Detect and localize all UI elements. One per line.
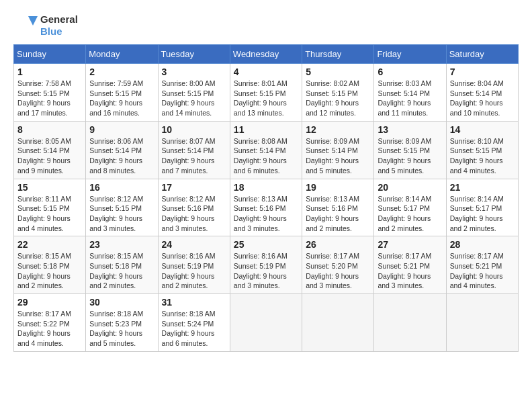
calendar-day-cell: 21 Sunrise: 8:14 AM Sunset: 5:17 PM Dayl… — [446, 179, 518, 236]
calendar-day-cell: 15 Sunrise: 8:11 AM Sunset: 5:15 PM Dayl… — [14, 179, 86, 236]
calendar-day-cell: 2 Sunrise: 7:59 AM Sunset: 5:15 PM Dayli… — [86, 64, 158, 122]
calendar-day-cell — [302, 294, 374, 352]
day-number: 29 — [17, 297, 82, 308]
calendar-day-cell: 13 Sunrise: 8:09 AM Sunset: 5:15 PM Dayl… — [374, 121, 446, 179]
weekday-header: Saturday — [446, 45, 518, 64]
day-info: Sunrise: 7:58 AM Sunset: 5:15 PM Dayligh… — [17, 79, 82, 118]
calendar-day-cell: 10 Sunrise: 8:07 AM Sunset: 5:14 PM Dayl… — [158, 121, 230, 179]
weekday-header: Sunday — [14, 45, 86, 64]
day-info: Sunrise: 8:05 AM Sunset: 5:14 PM Dayligh… — [17, 136, 82, 176]
day-info: Sunrise: 8:06 AM Sunset: 5:14 PM Dayligh… — [89, 136, 154, 176]
day-number: 14 — [450, 124, 515, 135]
day-info: Sunrise: 8:17 AM Sunset: 5:20 PM Dayligh… — [306, 251, 370, 291]
calendar-day-cell: 23 Sunrise: 8:15 AM Sunset: 5:18 PM Dayl… — [86, 236, 158, 294]
logo-general: General — [40, 13, 78, 26]
day-info: Sunrise: 8:08 AM Sunset: 5:14 PM Dayligh… — [234, 136, 298, 176]
day-info: Sunrise: 8:00 AM Sunset: 5:15 PM Dayligh… — [162, 79, 226, 118]
day-info: Sunrise: 8:17 AM Sunset: 5:21 PM Dayligh… — [450, 251, 515, 291]
day-number: 20 — [378, 182, 442, 193]
day-number: 1 — [17, 66, 82, 77]
weekday-header: Tuesday — [158, 45, 230, 64]
day-number: 7 — [450, 66, 515, 77]
calendar-day-cell: 24 Sunrise: 8:16 AM Sunset: 5:19 PM Dayl… — [158, 236, 230, 294]
weekday-header: Wednesday — [230, 45, 302, 64]
day-number: 15 — [17, 182, 82, 193]
calendar-day-cell: 3 Sunrise: 8:00 AM Sunset: 5:15 PM Dayli… — [158, 64, 230, 122]
day-info: Sunrise: 8:13 AM Sunset: 5:16 PM Dayligh… — [234, 194, 298, 234]
day-number: 21 — [450, 182, 515, 193]
day-number: 4 — [234, 66, 298, 77]
calendar-day-cell: 26 Sunrise: 8:17 AM Sunset: 5:20 PM Dayl… — [302, 236, 374, 294]
calendar-day-cell: 30 Sunrise: 8:18 AM Sunset: 5:23 PM Dayl… — [86, 294, 158, 352]
day-info: Sunrise: 8:12 AM Sunset: 5:15 PM Dayligh… — [89, 194, 154, 234]
weekday-header-row: SundayMondayTuesdayWednesdayThursdayFrid… — [14, 45, 519, 64]
calendar-day-cell — [230, 294, 302, 352]
day-info: Sunrise: 8:01 AM Sunset: 5:15 PM Dayligh… — [234, 79, 298, 118]
day-number: 26 — [306, 239, 370, 250]
day-number: 13 — [378, 124, 442, 135]
day-info: Sunrise: 8:17 AM Sunset: 5:21 PM Dayligh… — [378, 251, 442, 291]
calendar-day-cell: 25 Sunrise: 8:16 AM Sunset: 5:19 PM Dayl… — [230, 236, 302, 294]
calendar-week-row: 1 Sunrise: 7:58 AM Sunset: 5:15 PM Dayli… — [14, 64, 519, 122]
day-number: 11 — [234, 124, 298, 135]
day-info: Sunrise: 8:17 AM Sunset: 5:22 PM Dayligh… — [17, 309, 82, 349]
day-info: Sunrise: 8:15 AM Sunset: 5:18 PM Dayligh… — [89, 251, 154, 291]
day-number: 25 — [234, 239, 298, 250]
calendar-day-cell: 16 Sunrise: 8:12 AM Sunset: 5:15 PM Dayl… — [86, 179, 158, 236]
day-info: Sunrise: 8:03 AM Sunset: 5:14 PM Dayligh… — [378, 79, 442, 118]
day-number: 28 — [450, 239, 515, 250]
logo-blue: Blue — [40, 26, 78, 38]
weekday-header: Monday — [86, 45, 158, 64]
day-number: 16 — [89, 182, 154, 193]
day-info: Sunrise: 8:14 AM Sunset: 5:17 PM Dayligh… — [450, 194, 515, 234]
day-number: 22 — [17, 239, 82, 250]
day-number: 24 — [162, 239, 226, 250]
day-number: 17 — [162, 182, 226, 193]
day-info: Sunrise: 8:16 AM Sunset: 5:19 PM Dayligh… — [234, 251, 298, 291]
day-info: Sunrise: 8:11 AM Sunset: 5:15 PM Dayligh… — [17, 194, 82, 234]
calendar-week-row: 29 Sunrise: 8:17 AM Sunset: 5:22 PM Dayl… — [14, 294, 519, 352]
day-info: Sunrise: 8:04 AM Sunset: 5:14 PM Dayligh… — [450, 79, 515, 118]
calendar-day-cell: 28 Sunrise: 8:17 AM Sunset: 5:21 PM Dayl… — [446, 236, 518, 294]
calendar-day-cell: 8 Sunrise: 8:05 AM Sunset: 5:14 PM Dayli… — [14, 121, 86, 179]
calendar-day-cell: 6 Sunrise: 8:03 AM Sunset: 5:14 PM Dayli… — [374, 64, 446, 122]
day-info: Sunrise: 8:09 AM Sunset: 5:15 PM Dayligh… — [378, 136, 442, 176]
day-number: 27 — [378, 239, 442, 250]
calendar-day-cell: 12 Sunrise: 8:09 AM Sunset: 5:14 PM Dayl… — [302, 121, 374, 179]
calendar-day-cell: 18 Sunrise: 8:13 AM Sunset: 5:16 PM Dayl… — [230, 179, 302, 236]
logo: General Blue — [13, 13, 78, 38]
calendar-day-cell: 22 Sunrise: 8:15 AM Sunset: 5:18 PM Dayl… — [14, 236, 86, 294]
day-number: 23 — [89, 239, 154, 250]
calendar-day-cell: 4 Sunrise: 8:01 AM Sunset: 5:15 PM Dayli… — [230, 64, 302, 122]
calendar-day-cell: 17 Sunrise: 8:12 AM Sunset: 5:16 PM Dayl… — [158, 179, 230, 236]
calendar-day-cell: 9 Sunrise: 8:06 AM Sunset: 5:14 PM Dayli… — [86, 121, 158, 179]
day-info: Sunrise: 8:09 AM Sunset: 5:14 PM Dayligh… — [306, 136, 370, 176]
calendar-day-cell: 7 Sunrise: 8:04 AM Sunset: 5:14 PM Dayli… — [446, 64, 518, 122]
calendar-week-row: 22 Sunrise: 8:15 AM Sunset: 5:18 PM Dayl… — [14, 236, 519, 294]
day-info: Sunrise: 8:18 AM Sunset: 5:23 PM Dayligh… — [89, 309, 154, 349]
day-number: 5 — [306, 66, 370, 77]
day-info: Sunrise: 8:10 AM Sunset: 5:15 PM Dayligh… — [450, 136, 515, 176]
day-info: Sunrise: 8:02 AM Sunset: 5:15 PM Dayligh… — [306, 79, 370, 118]
day-info: Sunrise: 8:15 AM Sunset: 5:18 PM Dayligh… — [17, 251, 82, 291]
calendar-day-cell: 27 Sunrise: 8:17 AM Sunset: 5:21 PM Dayl… — [374, 236, 446, 294]
calendar-day-cell: 31 Sunrise: 8:18 AM Sunset: 5:24 PM Dayl… — [158, 294, 230, 352]
calendar-week-row: 8 Sunrise: 8:05 AM Sunset: 5:14 PM Dayli… — [14, 121, 519, 179]
svg-marker-0 — [28, 16, 38, 26]
day-info: Sunrise: 8:12 AM Sunset: 5:16 PM Dayligh… — [162, 194, 226, 234]
day-number: 12 — [306, 124, 370, 135]
calendar-day-cell: 11 Sunrise: 8:08 AM Sunset: 5:14 PM Dayl… — [230, 121, 302, 179]
day-number: 9 — [89, 124, 154, 135]
calendar-day-cell: 19 Sunrise: 8:13 AM Sunset: 5:16 PM Dayl… — [302, 179, 374, 236]
day-number: 31 — [162, 297, 226, 308]
page-header: General Blue — [13, 13, 519, 38]
calendar-day-cell: 14 Sunrise: 8:10 AM Sunset: 5:15 PM Dayl… — [446, 121, 518, 179]
day-number: 3 — [162, 66, 226, 77]
day-number: 18 — [234, 182, 298, 193]
calendar-day-cell: 5 Sunrise: 8:02 AM Sunset: 5:15 PM Dayli… — [302, 64, 374, 122]
calendar-table: SundayMondayTuesdayWednesdayThursdayFrid… — [13, 44, 519, 352]
logo-icon — [13, 13, 38, 38]
day-number: 6 — [378, 66, 442, 77]
day-info: Sunrise: 8:14 AM Sunset: 5:17 PM Dayligh… — [378, 194, 442, 234]
day-info: Sunrise: 7:59 AM Sunset: 5:15 PM Dayligh… — [89, 79, 154, 118]
